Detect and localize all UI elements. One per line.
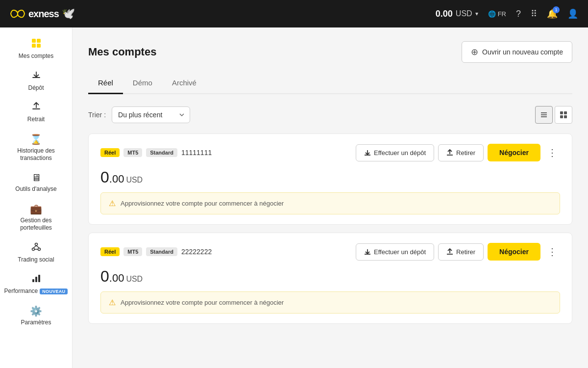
gear-icon: ⚙️ [30,305,42,317]
withdraw-label-2: Retirer [456,248,475,256]
sidebar: Mes comptes Dépôt Retrait ⌛ Histori [0,27,73,368]
balance-integer-2: 0 [100,267,109,285]
badge-reel-1: Réel [100,148,120,157]
logo-mark [10,8,25,19]
new-account-button[interactable]: ⊕ Ouvrir un nouveau compte [462,41,572,63]
page-header: Mes comptes ⊕ Ouvrir un nouveau compte [88,41,572,63]
user-profile-icon[interactable]: 👤 [567,8,578,19]
performance-label-row: Performance NOUVEAU [4,288,68,295]
warning-icon-2: ⚠ [109,298,116,307]
withdraw-icon-2 [446,248,453,255]
deposit-icon-1 [364,149,371,156]
header-right: 0.00 USD ▾ 🌐 FR ? ⠿ 🔔 1 👤 [436,8,578,19]
warning-text-2: Approvisionnez votre compte pour commenc… [121,299,284,306]
tab-reel[interactable]: Réel [88,75,123,94]
deposit-button-1[interactable]: Effectuer un dépôt [356,144,434,161]
withdraw-label-1: Retirer [456,149,475,157]
svg-rect-18 [560,115,563,118]
upload-icon [31,102,41,114]
tab-archive[interactable]: Archivé [162,75,206,94]
logo[interactable]: exness 🕊️ [10,7,75,20]
language-button[interactable]: 🌐 FR [488,10,506,18]
new-account-label: Ouvrir un nouveau compte [482,48,563,56]
deposit-label-2: Effectuer un dépôt [374,248,426,256]
help-icon[interactable]: ? [516,9,521,19]
layout: Mes comptes Dépôt Retrait ⌛ Histori [0,0,588,368]
chart-icon [31,273,41,286]
network-icon [31,242,41,254]
balance-display[interactable]: 0.00 USD ▾ [436,9,478,19]
plus-circle-icon: ⊕ [471,47,478,57]
filter-left: Trier : Du plus récent Du plus ancien So… [88,106,190,123]
hourglass-icon: ⌛ [30,133,42,145]
filter-row: Trier : Du plus récent Du plus ancien So… [88,106,572,124]
svg-line-7 [33,245,36,248]
header: exness 🕊️ 0.00 USD ▾ 🌐 FR ? ⠿ 🔔 1 👤 [0,0,588,27]
balance-currency-2: USD [126,275,143,283]
withdraw-button-2[interactable]: Retirer [438,243,484,261]
sidebar-item-retrait[interactable]: Retrait [0,97,72,129]
notification-button[interactable]: 🔔 1 [547,8,558,19]
sidebar-label-outils: Outils d'analyse [15,185,56,193]
withdraw-button-1[interactable]: Retirer [438,144,484,161]
sidebar-item-outils[interactable]: 🖥 Outils d'analyse [0,167,72,198]
sidebar-item-gestion[interactable]: 💼 Gestion des portefeuilles [0,198,72,237]
svg-line-8 [36,245,39,248]
sidebar-label-mes-comptes: Mes comptes [19,53,53,60]
view-toggle [535,106,572,124]
sidebar-label-performance: Performance [4,288,38,295]
balance-amount: 0.00 [436,9,453,19]
account-number-1: 11111111 [181,149,212,157]
sidebar-label-depot: Dépôt [28,84,44,92]
balance-big-1: 0.00USD [100,168,143,186]
deposit-icon-2 [364,248,371,255]
deposit-button-2[interactable]: Effectuer un dépôt [356,243,434,261]
sidebar-item-trading-social[interactable]: Trading social [0,237,72,269]
sidebar-item-historique[interactable]: ⌛ Historique des transactions [0,129,72,167]
deposit-label-1: Effectuer un dépôt [374,149,426,157]
withdraw-icon-1 [446,149,453,156]
svg-rect-12 [38,275,40,282]
grid-icon [31,38,41,51]
badge-reel-2: Réel [100,247,120,256]
warning-bar-1: ⚠ Approvisionnez votre compte pour comme… [100,192,560,214]
badge-standard-1: Standard [146,148,177,157]
more-options-button-1[interactable]: ⋮ [544,146,560,159]
notif-badge: 1 [553,6,560,13]
balance-decimal-1: .00 [109,173,124,185]
sidebar-label-gestion: Gestion des portefeuilles [4,217,68,232]
lang-label: FR [498,10,506,18]
sidebar-label-retrait: Retrait [27,116,45,124]
sort-select[interactable]: Du plus récent Du plus ancien Solde croi… [112,106,190,123]
account-card-1: Réel MT5 Standard 11111111 Effectuer un … [88,133,572,225]
trade-button-2[interactable]: Négocier [488,243,540,261]
grid-view-button[interactable] [555,106,572,124]
trade-label-2: Négocier [499,248,529,256]
card-left-2: Réel MT5 Standard 22222222 [100,247,212,256]
trade-label-1: Négocier [499,149,529,157]
balance-integer-1: 0 [100,168,109,186]
more-options-button-2[interactable]: ⋮ [544,245,560,259]
svg-rect-17 [564,111,567,114]
trade-button-1[interactable]: Négocier [488,144,540,161]
card-actions-2: Effectuer un dépôt Retirer Négocier ⋮ [356,243,560,261]
tab-demo[interactable]: Démo [123,75,162,94]
sidebar-item-mes-comptes[interactable]: Mes comptes [0,33,72,65]
card-top-1: Réel MT5 Standard 11111111 Effectuer un … [100,144,560,161]
sidebar-item-depot[interactable]: Dépôt [0,65,72,97]
list-view-button[interactable] [535,106,553,124]
account-number-2: 22222222 [181,248,212,256]
apps-icon[interactable]: ⠿ [531,8,537,19]
sidebar-item-performance[interactable]: Performance NOUVEAU [0,268,72,300]
globe-icon: 🌐 [488,10,496,18]
card-left-1: Réel MT5 Standard 11111111 [100,148,212,157]
balance-row-1: 0.00USD [100,168,560,186]
tabs-bar: Réel Démo Archivé [88,75,572,94]
svg-rect-2 [32,44,36,48]
sidebar-item-parametres[interactable]: ⚙️ Paramètres [0,300,72,332]
badge-standard-2: Standard [146,247,177,256]
new-badge: NOUVEAU [40,289,68,294]
balance-currency-1: USD [126,176,143,184]
sidebar-label-historique: Historique des transactions [4,147,68,162]
svg-rect-1 [37,39,41,43]
